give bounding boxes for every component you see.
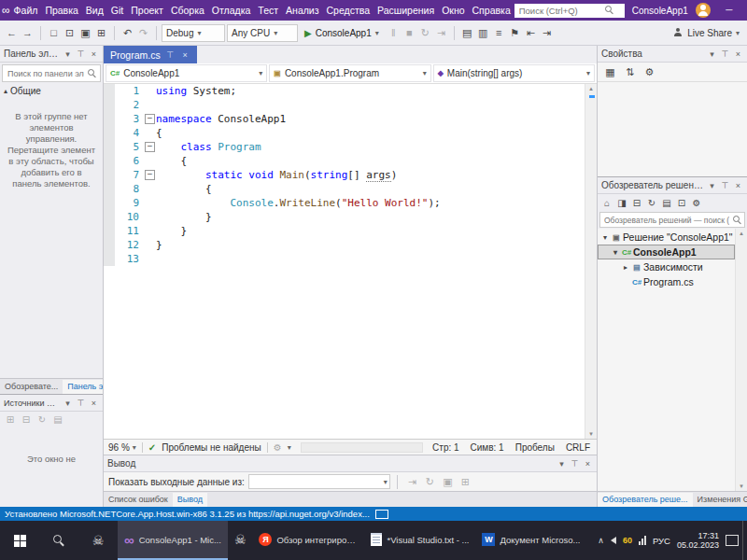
menu-item[interactable]: Проект	[127, 0, 167, 21]
tool-window-tab[interactable]: Изменения Git — п...	[693, 493, 747, 507]
pin-icon[interactable]: ⊤	[720, 49, 730, 59]
code-line[interactable]: 6 {	[104, 154, 585, 168]
breakpoint-margin[interactable]	[104, 126, 115, 140]
menu-item[interactable]: Справка	[469, 0, 514, 21]
action-center-icon[interactable]	[726, 535, 739, 546]
bookmark-icon[interactable]: ⚑	[507, 27, 523, 39]
code-line[interactable]: 8 {	[104, 182, 585, 196]
scroll-up-icon[interactable]: ▴	[740, 229, 743, 238]
battery-indicator[interactable]: 60	[623, 536, 632, 545]
breakpoint-margin[interactable]	[104, 210, 115, 224]
view-code-icon[interactable]: ⊡	[675, 198, 688, 208]
tool-window-tab[interactable]: Список ошибок	[104, 493, 173, 507]
line-indicator[interactable]: Стр: 1	[432, 442, 458, 453]
language-indicator[interactable]: РУС	[653, 536, 670, 546]
unindent-icon[interactable]: ⇤	[523, 27, 539, 39]
pin-icon[interactable]: ⊤	[165, 50, 176, 60]
code-line[interactable]: 9 Console.WriteLine("Hello World!");	[104, 196, 585, 210]
menu-item[interactable]: Git	[107, 0, 127, 21]
code-line[interactable]: 4{	[104, 126, 585, 140]
tree-item[interactable]: C#Program.cs	[598, 274, 735, 289]
breakpoint-margin[interactable]	[104, 84, 115, 98]
home-icon[interactable]: ⌂	[600, 198, 613, 208]
refresh-icon[interactable]: ↻	[645, 198, 658, 208]
edit-source-icon[interactable]: ⊟	[20, 414, 33, 425]
comment-icon[interactable]: ≡	[491, 27, 507, 39]
document-tab-program-cs[interactable]: Program.cs ⊤ ×	[104, 46, 197, 63]
code-line[interactable]: 11 }	[104, 224, 585, 238]
solution-search-box[interactable]	[599, 212, 745, 228]
find-in-files-icon[interactable]: ▥	[475, 27, 491, 39]
column-indicator[interactable]: Симв: 1	[471, 442, 504, 453]
code-line[interactable]: 7– static void Main(string[] args)	[104, 168, 585, 182]
zoom-dropdown[interactable]: 96 % ▾	[108, 442, 136, 453]
member-dropdown[interactable]: ◆ Main(string[] args) ▾	[433, 64, 595, 82]
tool-window-tab[interactable]: Вывод	[173, 493, 207, 507]
show-output-icon[interactable]: ▤	[459, 27, 475, 39]
output-source-dropdown[interactable]: ▾	[248, 474, 390, 489]
background-tasks-indicator[interactable]	[375, 510, 388, 519]
code-line[interactable]: 13	[104, 252, 585, 266]
menu-item[interactable]: Тест	[254, 0, 282, 21]
breakpoint-margin[interactable]	[104, 112, 115, 126]
spaces-indicator[interactable]: Пробелы	[515, 442, 555, 453]
close-icon[interactable]: ×	[733, 49, 743, 59]
solution-scrollbar[interactable]: ▴ ▾	[735, 229, 747, 491]
new-file-icon[interactable]: □	[46, 27, 62, 39]
toolbox-search-box[interactable]	[2, 64, 101, 82]
menu-item[interactable]: Окно	[438, 0, 468, 21]
code-line[interactable]: 5– class Program	[104, 140, 585, 154]
code-line[interactable]: 2	[104, 98, 585, 112]
solution-search-input[interactable]	[602, 215, 731, 226]
show-all-files-icon[interactable]: ▤	[660, 198, 673, 208]
close-icon[interactable]: ×	[733, 181, 743, 190]
properties-icon[interactable]: ⚙	[690, 198, 703, 208]
menu-item[interactable]: Сборка	[167, 0, 208, 21]
forward-icon[interactable]: →	[20, 27, 35, 38]
type-dropdown[interactable]: ▣ ConsoleApp1.Program ▾	[269, 64, 430, 82]
expander-icon[interactable]: ▾	[600, 233, 610, 242]
save-all-icon[interactable]: ⊞	[93, 27, 109, 39]
stop-icon[interactable]: ■	[402, 27, 417, 39]
code-line[interactable]: 3–namespace ConsoleApp1	[104, 112, 585, 126]
indent-icon[interactable]: ⇥	[539, 27, 555, 39]
refresh-source-icon[interactable]: ↻	[35, 414, 49, 425]
alphabetical-icon[interactable]: ⇅	[622, 66, 638, 78]
save-icon[interactable]: ▣	[78, 27, 93, 39]
tool-window-tab[interactable]: Панель эле...	[63, 380, 103, 394]
taskbar-app-notepad[interactable]: *Visual Studio.txt - ...	[364, 521, 475, 560]
close-icon[interactable]: ×	[180, 50, 190, 60]
collapse-region-button[interactable]: –	[145, 170, 155, 180]
taskbar-clock[interactable]: 17:31 05.02.2023	[677, 531, 719, 550]
platform-dropdown[interactable]: Any CPU▾	[227, 24, 298, 42]
window-position-icon[interactable]: ▾	[707, 181, 717, 190]
undo-icon[interactable]: ↶	[120, 27, 135, 39]
switch-views-icon[interactable]: ◨	[615, 198, 628, 208]
code-line[interactable]: 1using System;	[104, 84, 585, 98]
network-icon[interactable]	[639, 536, 646, 545]
tree-item[interactable]: ▾▣Решение "ConsoleApp1" (проекты: 1 из 1…	[598, 230, 735, 245]
menu-item[interactable]: Средства	[323, 0, 374, 21]
start-debugging-button[interactable]: ▶ ConsoleApp1 ▾	[300, 28, 384, 38]
breakpoint-margin[interactable]	[104, 98, 115, 112]
volume-icon[interactable]	[611, 537, 616, 544]
clear-all-icon[interactable]: ↻	[422, 476, 438, 488]
toolbox-group-general[interactable]: ▴ Общие	[0, 84, 103, 98]
open-folder-icon[interactable]: ⊡	[62, 27, 78, 39]
pin-icon[interactable]: ⊤	[720, 181, 730, 190]
close-icon[interactable]: ×	[89, 49, 99, 59]
expander-icon[interactable]: ▸	[621, 263, 630, 272]
categorized-icon[interactable]: ▦	[602, 66, 618, 78]
wrap-icon[interactable]: ▣	[440, 476, 456, 488]
quick-actions-icon[interactable]: ⚙	[274, 442, 282, 453]
breakpoint-margin[interactable]	[104, 196, 115, 210]
tray-expand-icon[interactable]: ∧	[598, 536, 604, 545]
configure-source-icon[interactable]: ▤	[51, 414, 64, 425]
breakpoint-margin[interactable]	[104, 252, 115, 266]
account-avatar[interactable]	[696, 3, 711, 18]
tree-item[interactable]: ▾C#ConsoleApp1	[598, 245, 735, 259]
minimize-button[interactable]: ─	[718, 0, 740, 21]
step-over-icon[interactable]: ⇥	[433, 27, 449, 39]
back-icon[interactable]: ←	[4, 27, 20, 38]
editor-vertical-scrollbar[interactable]: ▴ ▾	[585, 84, 597, 439]
